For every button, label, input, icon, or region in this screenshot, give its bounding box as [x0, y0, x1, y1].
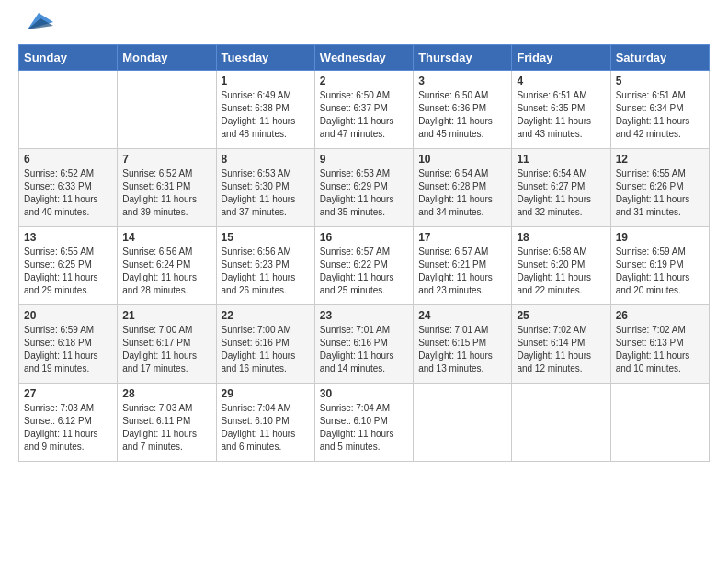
calendar-cell: 24Sunrise: 7:01 AM Sunset: 6:15 PM Dayli…	[414, 305, 512, 384]
day-info: Sunrise: 7:03 AM Sunset: 6:11 PM Dayligh…	[122, 402, 210, 454]
day-number: 16	[320, 231, 408, 244]
calendar-week-row: 20Sunrise: 6:59 AM Sunset: 6:18 PM Dayli…	[19, 305, 710, 384]
calendar-cell: 18Sunrise: 6:58 AM Sunset: 6:20 PM Dayli…	[512, 227, 610, 305]
calendar-cell: 27Sunrise: 7:03 AM Sunset: 6:12 PM Dayli…	[19, 384, 118, 462]
day-number: 7	[122, 153, 210, 166]
weekday-header: Wednesday	[314, 45, 413, 71]
calendar-cell: 16Sunrise: 6:57 AM Sunset: 6:22 PM Dayli…	[314, 227, 413, 305]
day-info: Sunrise: 6:55 AM Sunset: 6:25 PM Dayligh…	[24, 246, 112, 297]
day-number: 12	[616, 153, 704, 166]
day-number: 23	[320, 309, 408, 322]
day-number: 10	[418, 153, 506, 166]
weekday-header: Monday	[118, 45, 216, 71]
day-info: Sunrise: 7:00 AM Sunset: 6:16 PM Dayligh…	[222, 324, 310, 375]
day-number: 20	[24, 309, 112, 322]
calendar-cell: 22Sunrise: 7:00 AM Sunset: 6:16 PM Dayli…	[216, 305, 314, 384]
calendar-cell: 3Sunrise: 6:50 AM Sunset: 6:36 PM Daylig…	[414, 71, 512, 149]
calendar-cell	[118, 71, 216, 149]
calendar-cell	[512, 384, 610, 462]
calendar-table: SundayMondayTuesdayWednesdayThursdayFrid…	[18, 44, 710, 462]
calendar-cell: 29Sunrise: 7:04 AM Sunset: 6:10 PM Dayli…	[216, 384, 314, 462]
day-number: 15	[222, 231, 310, 244]
calendar-cell: 9Sunrise: 6:53 AM Sunset: 6:29 PM Daylig…	[314, 149, 413, 227]
day-info: Sunrise: 7:01 AM Sunset: 6:16 PM Dayligh…	[320, 324, 408, 375]
day-number: 19	[616, 231, 704, 244]
day-info: Sunrise: 6:57 AM Sunset: 6:21 PM Dayligh…	[418, 246, 506, 297]
calendar-cell: 25Sunrise: 7:02 AM Sunset: 6:14 PM Dayli…	[512, 305, 610, 384]
day-info: Sunrise: 6:57 AM Sunset: 6:22 PM Dayligh…	[320, 246, 408, 297]
weekday-header: Sunday	[19, 45, 118, 71]
calendar-cell: 21Sunrise: 7:00 AM Sunset: 6:17 PM Dayli…	[118, 305, 216, 384]
day-info: Sunrise: 6:52 AM Sunset: 6:31 PM Dayligh…	[122, 167, 210, 219]
calendar-cell	[414, 384, 512, 462]
day-info: Sunrise: 6:51 AM Sunset: 6:35 PM Dayligh…	[517, 89, 605, 141]
calendar-cell: 10Sunrise: 6:54 AM Sunset: 6:28 PM Dayli…	[414, 149, 512, 227]
day-info: Sunrise: 6:59 AM Sunset: 6:19 PM Dayligh…	[616, 246, 704, 297]
day-info: Sunrise: 6:53 AM Sunset: 6:29 PM Dayligh…	[320, 167, 408, 219]
day-number: 6	[24, 153, 112, 166]
day-number: 1	[222, 75, 310, 87]
calendar-cell: 13Sunrise: 6:55 AM Sunset: 6:25 PM Dayli…	[19, 227, 118, 305]
day-number: 2	[320, 75, 408, 87]
day-info: Sunrise: 7:02 AM Sunset: 6:13 PM Dayligh…	[616, 324, 704, 375]
calendar-cell: 28Sunrise: 7:03 AM Sunset: 6:11 PM Dayli…	[118, 384, 216, 462]
calendar-cell: 26Sunrise: 7:02 AM Sunset: 6:13 PM Dayli…	[610, 305, 709, 384]
calendar-cell: 19Sunrise: 6:59 AM Sunset: 6:19 PM Dayli…	[610, 227, 709, 305]
day-info: Sunrise: 6:49 AM Sunset: 6:38 PM Dayligh…	[222, 89, 310, 141]
day-info: Sunrise: 7:01 AM Sunset: 6:15 PM Dayligh…	[418, 324, 506, 375]
day-number: 13	[24, 231, 112, 244]
day-number: 25	[517, 309, 605, 322]
day-info: Sunrise: 6:50 AM Sunset: 6:36 PM Dayligh…	[418, 89, 506, 141]
page-header	[18, 18, 710, 35]
day-number: 5	[616, 75, 704, 87]
day-info: Sunrise: 6:54 AM Sunset: 6:28 PM Dayligh…	[418, 167, 506, 219]
calendar-cell: 20Sunrise: 6:59 AM Sunset: 6:18 PM Dayli…	[19, 305, 118, 384]
day-number: 18	[517, 231, 605, 244]
day-number: 22	[222, 309, 310, 322]
calendar-cell: 4Sunrise: 6:51 AM Sunset: 6:35 PM Daylig…	[512, 71, 610, 149]
calendar-cell: 2Sunrise: 6:50 AM Sunset: 6:37 PM Daylig…	[314, 71, 413, 149]
calendar-cell	[610, 384, 709, 462]
calendar-cell: 5Sunrise: 6:51 AM Sunset: 6:34 PM Daylig…	[610, 71, 709, 149]
day-number: 9	[320, 153, 408, 166]
day-number: 29	[222, 387, 310, 400]
calendar-cell: 1Sunrise: 6:49 AM Sunset: 6:38 PM Daylig…	[216, 71, 314, 149]
day-number: 21	[122, 309, 210, 322]
day-info: Sunrise: 6:54 AM Sunset: 6:27 PM Dayligh…	[517, 167, 605, 219]
calendar-cell: 23Sunrise: 7:01 AM Sunset: 6:16 PM Dayli…	[314, 305, 413, 384]
day-number: 17	[418, 231, 506, 244]
calendar-week-row: 1Sunrise: 6:49 AM Sunset: 6:38 PM Daylig…	[19, 71, 710, 149]
calendar-cell: 7Sunrise: 6:52 AM Sunset: 6:31 PM Daylig…	[118, 149, 216, 227]
day-number: 11	[517, 153, 605, 166]
day-info: Sunrise: 6:56 AM Sunset: 6:23 PM Dayligh…	[222, 246, 310, 297]
day-number: 4	[517, 75, 605, 87]
calendar-cell: 30Sunrise: 7:04 AM Sunset: 6:10 PM Dayli…	[314, 384, 413, 462]
calendar-cell: 11Sunrise: 6:54 AM Sunset: 6:27 PM Dayli…	[512, 149, 610, 227]
calendar-week-row: 6Sunrise: 6:52 AM Sunset: 6:33 PM Daylig…	[19, 149, 710, 227]
day-info: Sunrise: 6:59 AM Sunset: 6:18 PM Dayligh…	[24, 324, 112, 375]
day-number: 8	[222, 153, 310, 166]
day-info: Sunrise: 6:51 AM Sunset: 6:34 PM Dayligh…	[616, 89, 704, 141]
logo-icon	[20, 9, 53, 35]
calendar-header-row: SundayMondayTuesdayWednesdayThursdayFrid…	[19, 45, 710, 71]
day-info: Sunrise: 6:55 AM Sunset: 6:26 PM Dayligh…	[616, 167, 704, 219]
day-number: 3	[418, 75, 506, 87]
calendar-cell: 6Sunrise: 6:52 AM Sunset: 6:33 PM Daylig…	[19, 149, 118, 227]
day-number: 26	[616, 309, 704, 322]
calendar-cell	[19, 71, 118, 149]
day-info: Sunrise: 6:56 AM Sunset: 6:24 PM Dayligh…	[122, 246, 210, 297]
weekday-header: Thursday	[414, 45, 512, 71]
weekday-header: Friday	[512, 45, 610, 71]
day-info: Sunrise: 6:50 AM Sunset: 6:37 PM Dayligh…	[320, 89, 408, 141]
day-number: 27	[24, 387, 112, 400]
day-info: Sunrise: 6:58 AM Sunset: 6:20 PM Dayligh…	[517, 246, 605, 297]
calendar-week-row: 27Sunrise: 7:03 AM Sunset: 6:12 PM Dayli…	[19, 384, 710, 462]
day-info: Sunrise: 7:04 AM Sunset: 6:10 PM Dayligh…	[222, 402, 310, 454]
day-number: 14	[122, 231, 210, 244]
weekday-header: Tuesday	[216, 45, 314, 71]
calendar-cell: 15Sunrise: 6:56 AM Sunset: 6:23 PM Dayli…	[216, 227, 314, 305]
calendar-week-row: 13Sunrise: 6:55 AM Sunset: 6:25 PM Dayli…	[19, 227, 710, 305]
day-number: 30	[320, 387, 408, 400]
day-number: 28	[122, 387, 210, 400]
logo	[18, 18, 53, 35]
